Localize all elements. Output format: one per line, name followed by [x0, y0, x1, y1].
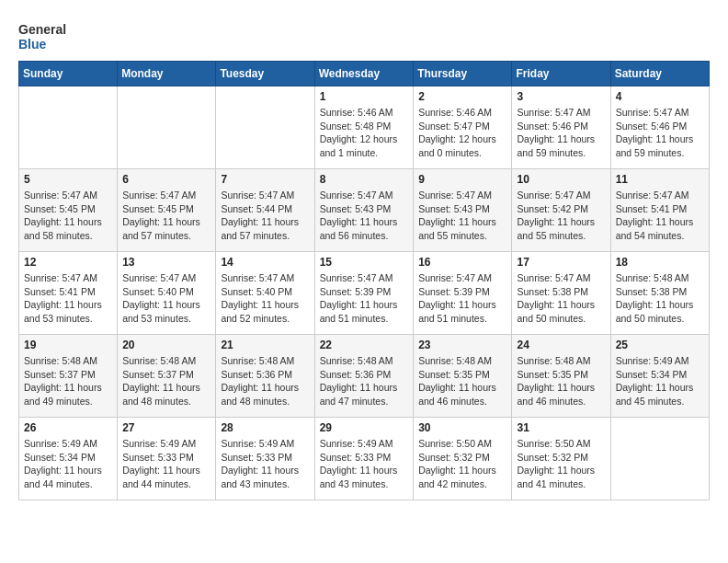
calendar-cell: 16Sunrise: 5:47 AM Sunset: 5:39 PM Dayli…	[414, 252, 512, 335]
calendar-cell: 31Sunrise: 5:50 AM Sunset: 5:32 PM Dayli…	[512, 418, 610, 500]
day-number: 6	[122, 173, 210, 186]
day-info: Sunrise: 5:47 AM Sunset: 5:41 PM Dayligh…	[24, 271, 112, 326]
day-info: Sunrise: 5:47 AM Sunset: 5:46 PM Dayligh…	[517, 106, 605, 160]
calendar-cell: 26Sunrise: 5:49 AM Sunset: 5:34 PM Dayli…	[19, 418, 118, 500]
calendar-cell: 29Sunrise: 5:49 AM Sunset: 5:33 PM Dayli…	[314, 418, 414, 500]
day-info: Sunrise: 5:47 AM Sunset: 5:39 PM Dayligh…	[320, 271, 409, 326]
calendar-cell: 23Sunrise: 5:48 AM Sunset: 5:35 PM Dayli…	[414, 335, 512, 418]
day-info: Sunrise: 5:47 AM Sunset: 5:39 PM Dayligh…	[418, 271, 506, 326]
day-info: Sunrise: 5:48 AM Sunset: 5:36 PM Dayligh…	[320, 354, 409, 408]
calendar-cell: 2Sunrise: 5:46 AM Sunset: 5:47 PM Daylig…	[414, 86, 512, 169]
calendar-header-saturday: Saturday	[610, 62, 709, 86]
day-info: Sunrise: 5:49 AM Sunset: 5:34 PM Dayligh…	[24, 437, 112, 491]
calendar-cell: 28Sunrise: 5:49 AM Sunset: 5:33 PM Dayli…	[216, 418, 314, 500]
day-number: 17	[517, 256, 605, 269]
day-number: 28	[221, 421, 309, 434]
calendar-week-2: 5Sunrise: 5:47 AM Sunset: 5:45 PM Daylig…	[19, 169, 710, 252]
logo: General Blue General Blue	[18, 18, 66, 52]
calendar-cell: 25Sunrise: 5:49 AM Sunset: 5:34 PM Dayli…	[610, 335, 709, 418]
day-number: 26	[24, 421, 112, 434]
calendar-table: SundayMondayTuesdayWednesdayThursdayFrid…	[18, 61, 710, 500]
day-info: Sunrise: 5:47 AM Sunset: 5:42 PM Dayligh…	[517, 189, 605, 243]
day-info: Sunrise: 5:48 AM Sunset: 5:35 PM Dayligh…	[517, 354, 605, 408]
day-number: 4	[616, 90, 704, 103]
day-number: 18	[616, 256, 704, 269]
calendar-cell: 17Sunrise: 5:47 AM Sunset: 5:38 PM Dayli…	[512, 252, 610, 335]
day-number: 5	[24, 173, 112, 186]
logo-blue: Blue	[18, 37, 66, 52]
day-info: Sunrise: 5:48 AM Sunset: 5:35 PM Dayligh…	[418, 354, 506, 408]
day-number: 3	[517, 90, 605, 103]
calendar-week-5: 26Sunrise: 5:49 AM Sunset: 5:34 PM Dayli…	[19, 418, 710, 500]
day-number: 1	[320, 90, 409, 103]
calendar-header-tuesday: Tuesday	[216, 62, 314, 86]
calendar-cell: 15Sunrise: 5:47 AM Sunset: 5:39 PM Dayli…	[314, 252, 414, 335]
logo-general: General	[18, 22, 66, 37]
day-info: Sunrise: 5:47 AM Sunset: 5:38 PM Dayligh…	[517, 271, 605, 326]
day-info: Sunrise: 5:46 AM Sunset: 5:48 PM Dayligh…	[320, 106, 409, 160]
day-number: 21	[221, 339, 309, 351]
day-number: 24	[517, 339, 605, 351]
calendar-header-row: SundayMondayTuesdayWednesdayThursdayFrid…	[19, 62, 710, 86]
calendar-cell	[118, 86, 216, 169]
day-number: 23	[418, 339, 506, 351]
day-info: Sunrise: 5:48 AM Sunset: 5:37 PM Dayligh…	[122, 354, 210, 408]
day-info: Sunrise: 5:50 AM Sunset: 5:32 PM Dayligh…	[418, 437, 506, 491]
day-info: Sunrise: 5:47 AM Sunset: 5:41 PM Dayligh…	[616, 189, 704, 243]
calendar-header-friday: Friday	[512, 62, 610, 86]
day-info: Sunrise: 5:50 AM Sunset: 5:32 PM Dayligh…	[517, 437, 605, 491]
day-info: Sunrise: 5:49 AM Sunset: 5:34 PM Dayligh…	[616, 354, 704, 408]
day-number: 20	[122, 339, 210, 351]
calendar-cell: 7Sunrise: 5:47 AM Sunset: 5:44 PM Daylig…	[216, 169, 314, 252]
day-number: 9	[418, 173, 506, 186]
day-number: 15	[320, 256, 409, 269]
calendar-week-4: 19Sunrise: 5:48 AM Sunset: 5:37 PM Dayli…	[19, 335, 710, 418]
calendar-cell: 3Sunrise: 5:47 AM Sunset: 5:46 PM Daylig…	[512, 86, 610, 169]
day-number: 14	[221, 256, 309, 269]
day-number: 7	[221, 173, 309, 186]
day-info: Sunrise: 5:48 AM Sunset: 5:37 PM Dayligh…	[24, 354, 112, 408]
calendar-cell: 1Sunrise: 5:46 AM Sunset: 5:48 PM Daylig…	[314, 86, 414, 169]
day-info: Sunrise: 5:49 AM Sunset: 5:33 PM Dayligh…	[320, 437, 409, 491]
day-number: 10	[517, 173, 605, 186]
calendar-cell	[216, 86, 314, 169]
day-number: 8	[320, 173, 409, 186]
calendar-cell: 9Sunrise: 5:47 AM Sunset: 5:43 PM Daylig…	[414, 169, 512, 252]
page-header: General Blue General Blue	[18, 18, 710, 52]
day-number: 30	[418, 421, 506, 434]
calendar-cell: 11Sunrise: 5:47 AM Sunset: 5:41 PM Dayli…	[610, 169, 709, 252]
calendar-header-wednesday: Wednesday	[314, 62, 414, 86]
calendar-cell	[19, 86, 118, 169]
calendar-cell: 21Sunrise: 5:48 AM Sunset: 5:36 PM Dayli…	[216, 335, 314, 418]
calendar-cell: 18Sunrise: 5:48 AM Sunset: 5:38 PM Dayli…	[610, 252, 709, 335]
day-info: Sunrise: 5:47 AM Sunset: 5:40 PM Dayligh…	[122, 271, 210, 326]
day-info: Sunrise: 5:47 AM Sunset: 5:45 PM Dayligh…	[24, 189, 112, 243]
day-info: Sunrise: 5:47 AM Sunset: 5:46 PM Dayligh…	[616, 106, 704, 160]
calendar-header-sunday: Sunday	[19, 62, 118, 86]
day-number: 16	[418, 256, 506, 269]
calendar-week-1: 1Sunrise: 5:46 AM Sunset: 5:48 PM Daylig…	[19, 86, 710, 169]
day-number: 11	[616, 173, 704, 186]
day-info: Sunrise: 5:47 AM Sunset: 5:43 PM Dayligh…	[418, 189, 506, 243]
calendar-cell: 27Sunrise: 5:49 AM Sunset: 5:33 PM Dayli…	[118, 418, 216, 500]
day-info: Sunrise: 5:49 AM Sunset: 5:33 PM Dayligh…	[122, 437, 210, 491]
calendar-cell: 5Sunrise: 5:47 AM Sunset: 5:45 PM Daylig…	[19, 169, 118, 252]
day-number: 2	[418, 90, 506, 103]
day-number: 27	[122, 421, 210, 434]
calendar-cell: 20Sunrise: 5:48 AM Sunset: 5:37 PM Dayli…	[118, 335, 216, 418]
calendar-cell: 6Sunrise: 5:47 AM Sunset: 5:45 PM Daylig…	[118, 169, 216, 252]
day-number: 25	[616, 339, 704, 351]
calendar-cell: 10Sunrise: 5:47 AM Sunset: 5:42 PM Dayli…	[512, 169, 610, 252]
day-info: Sunrise: 5:48 AM Sunset: 5:38 PM Dayligh…	[616, 271, 704, 326]
calendar-cell: 22Sunrise: 5:48 AM Sunset: 5:36 PM Dayli…	[314, 335, 414, 418]
calendar-cell	[610, 418, 709, 500]
calendar-cell: 14Sunrise: 5:47 AM Sunset: 5:40 PM Dayli…	[216, 252, 314, 335]
calendar-cell: 8Sunrise: 5:47 AM Sunset: 5:43 PM Daylig…	[314, 169, 414, 252]
calendar-cell: 4Sunrise: 5:47 AM Sunset: 5:46 PM Daylig…	[610, 86, 709, 169]
day-info: Sunrise: 5:46 AM Sunset: 5:47 PM Dayligh…	[418, 106, 506, 160]
day-info: Sunrise: 5:49 AM Sunset: 5:33 PM Dayligh…	[221, 437, 309, 491]
day-number: 19	[24, 339, 112, 351]
day-info: Sunrise: 5:47 AM Sunset: 5:44 PM Dayligh…	[221, 189, 309, 243]
day-number: 31	[517, 421, 605, 434]
calendar-header-monday: Monday	[118, 62, 216, 86]
